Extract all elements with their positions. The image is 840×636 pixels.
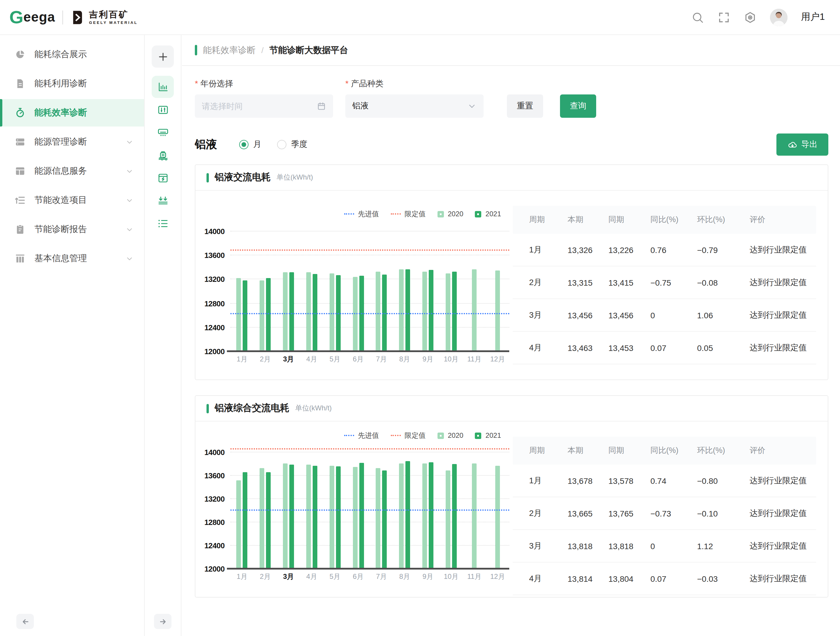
table-cell: 13,818 [568, 541, 608, 551]
legend-item-2020[interactable]: 2020 [437, 431, 463, 439]
table-row: 3月13,81813,81801.12达到行业限定值 [513, 530, 816, 562]
table-cell: 达到行业限定值 [750, 508, 816, 518]
icon-rail [145, 35, 182, 636]
rail-button-air-conditioner[interactable] [152, 121, 174, 143]
x-axis-label: 9月 [416, 571, 439, 581]
bar-group-2月 [254, 452, 277, 569]
search-icon[interactable] [691, 11, 704, 24]
sidebar-item-energy-saving-reports[interactable]: 节能诊断报告 [0, 216, 144, 243]
date-input[interactable] [202, 101, 317, 111]
settings-gear-icon[interactable] [744, 11, 756, 24]
export-button[interactable]: 导出 [777, 134, 828, 156]
legend-item-advanced[interactable]: 先进值 [344, 430, 379, 441]
rail-expand-button[interactable] [154, 614, 172, 629]
x-axis-baseline [227, 568, 509, 570]
x-axis-labels: 1月2月3月4月5月6月7月8月9月10月11月12月 [231, 569, 509, 584]
fullscreen-icon[interactable] [717, 11, 730, 24]
geely-logo-mark [70, 9, 85, 25]
rail-button-list-view[interactable] [152, 212, 174, 235]
legend-item-2020[interactable]: 2020 [437, 210, 463, 218]
query-button[interactable]: 查询 [560, 94, 596, 118]
bar-group-5月 [324, 452, 347, 569]
chart-legend: 先进值限定值20202021 [204, 428, 501, 442]
chart-area: 先进值限定值2020202112000124001280013200136001… [196, 422, 513, 597]
rail-button-power-window[interactable] [152, 167, 174, 189]
y-axis-label: 12000 [204, 565, 224, 573]
product-title: 铝液 [195, 137, 217, 152]
bar-2020-9月 [422, 271, 427, 351]
table-cell: 0.74 [651, 476, 697, 485]
table-header-row: 周期本期同期同比(%)环比(%)评价 [513, 437, 816, 464]
period-radio-quarter[interactable]: 季度 [277, 139, 308, 150]
table-cell: 达到行业限定值 [750, 475, 816, 486]
table-row: 1月13,32613,2260.76−0.79达到行业限定值 [513, 234, 816, 266]
sidebar-item-energy-management-diagnosis[interactable]: 能源管理诊断 [0, 128, 144, 156]
legend-dotted-swatch [390, 213, 401, 214]
sidebar-item-energy-info-service[interactable]: 能源信息服务 [0, 157, 144, 185]
breadcrumb-parent[interactable]: 能耗效率诊断 [203, 45, 256, 56]
x-axis-label: 1月 [231, 354, 254, 364]
plot-row: 120001240012800132001360014000 [204, 452, 509, 569]
x-axis-label: 7月 [370, 354, 393, 364]
logo-divider [62, 10, 63, 24]
plot-row: 120001240012800132001360014000 [204, 231, 509, 351]
table-cell: 3月 [529, 541, 568, 551]
username[interactable]: 用户1 [801, 11, 825, 23]
bar-group-1月 [231, 452, 254, 569]
reset-button[interactable]: 重置 [507, 94, 543, 118]
bar-2021-4月 [313, 466, 317, 569]
legend-item-limit[interactable]: 限定值 [390, 430, 426, 441]
period-radio-month[interactable]: 月 [239, 139, 261, 150]
card-title: 铝液交流电耗 [215, 172, 271, 184]
rail-button-pump-station[interactable] [152, 144, 174, 166]
sidebar-item-energy-overview[interactable]: 能耗综合展示 [0, 41, 144, 68]
legend-label: 2021 [486, 210, 501, 218]
power-icon [156, 172, 169, 184]
rail-button-import-lines[interactable] [152, 189, 174, 212]
period-radio-label: 月 [253, 139, 261, 150]
date-picker[interactable] [195, 94, 333, 118]
rail-button-sliders-view[interactable] [152, 99, 174, 121]
geely-logo: 吉利百矿 GEELY MATERIAL [70, 9, 138, 25]
bar-group-10月 [439, 452, 463, 569]
table-cell: 1月 [529, 244, 568, 255]
rail-button-bar-chart-view[interactable] [152, 76, 174, 98]
user-avatar[interactable] [770, 8, 788, 26]
y-axis: 120001240012800132001360014000 [204, 452, 231, 569]
table-cell: 0 [651, 310, 697, 320]
sidebar-item-energy-saving-projects[interactable]: 节能改造项目 [0, 187, 144, 214]
breadcrumb-separator: / [261, 46, 264, 55]
sidebar-item-label: 节能诊断报告 [35, 224, 87, 235]
header-actions: 用户1 [691, 8, 825, 26]
legend-item-2021[interactable]: 2021 [475, 210, 501, 218]
sidebar-item-basic-info-management[interactable]: 基本信息管理 [0, 245, 144, 272]
geely-subtitle: GEELY MATERIAL [89, 20, 138, 25]
table-cell: 4月 [529, 343, 568, 353]
sidebar-collapse-button[interactable] [16, 614, 34, 629]
chart-bar-icon [156, 81, 169, 93]
table-cell: 1.06 [697, 310, 750, 320]
stopwatch-icon [14, 107, 26, 118]
bar-2020-7月 [376, 468, 381, 569]
column-header: 同期 [608, 214, 651, 225]
legend-item-advanced[interactable]: 先进值 [344, 209, 379, 219]
rail-button-add[interactable] [152, 46, 174, 68]
table-cell: 13,315 [568, 278, 608, 287]
table-cell: 13,456 [568, 310, 608, 320]
year-field-label: 年份选择 [195, 79, 333, 89]
bar-2021-4月 [313, 274, 317, 351]
geega-logo-text: eega [23, 9, 55, 25]
x-axis-label: 12月 [486, 354, 509, 364]
sidebar-item-label: 能源管理诊断 [35, 136, 87, 148]
table-row: 1月13,67813,5780.74−0.80达到行业限定值 [513, 464, 816, 497]
column-header: 同期 [608, 446, 651, 456]
legend-item-limit[interactable]: 限定值 [390, 209, 426, 219]
document-icon [14, 78, 26, 89]
x-axis-label: 3月 [277, 571, 300, 581]
sidebar-item-energy-efficiency-diagnosis[interactable]: 能耗效率诊断 [0, 99, 144, 126]
bar-2020-12月 [495, 466, 500, 569]
bar-2021-7月 [382, 471, 387, 569]
legend-item-2021[interactable]: 2021 [475, 431, 501, 439]
sidebar-item-energy-usage-diagnosis[interactable]: 能耗利用诊断 [0, 70, 144, 98]
product-select[interactable]: 铝液 [345, 94, 483, 118]
